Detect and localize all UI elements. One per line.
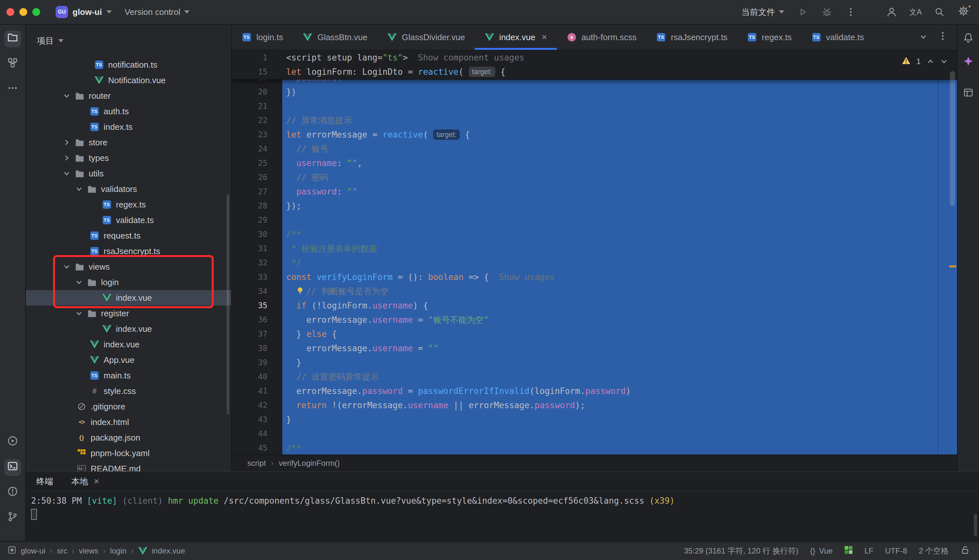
tree-row-views[interactable]: views: [26, 259, 231, 275]
tree-row-index-vue[interactable]: index.vue: [26, 337, 231, 352]
tree-row-style-css[interactable]: #style.css: [26, 383, 231, 399]
code-text[interactable]: const verifyLoginForm = (): boolean => {…: [282, 270, 957, 284]
code-text[interactable]: // 异常消息提示: [282, 113, 957, 128]
line-number[interactable]: 20: [232, 85, 282, 99]
status-breadcrumb[interactable]: glow-ui›src›views›login›index.vue: [8, 546, 185, 556]
prev-problem-icon[interactable]: [927, 58, 934, 65]
close-terminal-tab-icon[interactable]: ×: [94, 477, 99, 486]
ai-assistant-icon[interactable]: [963, 56, 974, 69]
code-text[interactable]: errorMessage.username = "账号不能为空": [282, 313, 957, 327]
line-number[interactable]: 28: [232, 199, 282, 213]
code-text[interactable]: // 设置密码异常提示: [282, 370, 957, 384]
sidebar-item-version-control[interactable]: [4, 510, 21, 526]
sidebar-item-problems[interactable]: [4, 484, 21, 501]
chevron-down-icon[interactable]: [74, 277, 84, 287]
vcs-widget[interactable]: Version control: [125, 7, 189, 17]
line-number[interactable]: 29: [232, 213, 282, 227]
code-text[interactable]: });: [282, 199, 957, 213]
code-text[interactable]: // 判断账号是否为空: [282, 284, 957, 298]
line-number[interactable]: 31: [232, 242, 282, 256]
plugin-grid-icon[interactable]: [844, 546, 853, 556]
status-path-glow-ui[interactable]: glow-ui: [21, 547, 45, 555]
run-icon[interactable]: [796, 5, 809, 18]
line-number[interactable]: 36: [232, 313, 282, 327]
user-icon[interactable]: [885, 5, 898, 18]
minimize-window-button[interactable]: [19, 8, 27, 16]
chevron-right-icon[interactable]: [62, 153, 72, 163]
translate-icon[interactable]: 文A: [909, 5, 922, 18]
chevron-down-icon[interactable]: [62, 91, 72, 101]
line-number[interactable]: 35: [232, 298, 282, 313]
ui-preview-icon[interactable]: [963, 87, 974, 100]
status-path-login[interactable]: login: [110, 547, 127, 555]
project-tree-scrollbar[interactable]: [227, 194, 229, 414]
more-vertical-icon[interactable]: [844, 5, 857, 18]
close-window-button[interactable]: [7, 8, 14, 16]
tree-row-index-html[interactable]: <>index.html: [26, 414, 231, 430]
tab-glassdivider-vue[interactable]: GlassDivider.vue: [377, 25, 475, 50]
chevron-down-icon[interactable]: [74, 184, 84, 194]
tree-row-gitignore[interactable]: .gitignore: [26, 399, 231, 414]
line-number[interactable]: 37: [232, 327, 282, 341]
caret-position[interactable]: 35:29 (3161 字符, 120 行 换行符): [684, 546, 798, 556]
chevron-down-icon[interactable]: [62, 168, 72, 179]
code-text[interactable]: return !(errorMessage.username || errorM…: [282, 398, 957, 412]
line-number[interactable]: 15: [232, 65, 282, 79]
line-number[interactable]: 27: [232, 185, 282, 199]
tab-glassbtn-vue[interactable]: GlassBtn.vue: [293, 25, 377, 50]
line-number[interactable]: 23: [232, 128, 282, 142]
sidebar-item-project[interactable]: [4, 30, 21, 47]
project-widget[interactable]: GU glow-ui: [56, 6, 112, 18]
tree-row-app-vue[interactable]: App.vue: [26, 352, 231, 368]
line-number[interactable]: 41: [232, 384, 282, 398]
tree-row-validate-ts[interactable]: TSvalidate.ts: [26, 212, 231, 228]
inspection-widget[interactable]: 1: [902, 56, 948, 67]
code-text[interactable]: [282, 99, 957, 113]
chevron-down-icon[interactable]: [74, 308, 84, 318]
tree-row-index-vue[interactable]: index.vue: [26, 321, 231, 337]
editor-content[interactable]: 1<script setup lang="ts"> Show component…: [232, 50, 957, 455]
close-tab-icon[interactable]: ×: [542, 33, 547, 42]
next-problem-icon[interactable]: [940, 58, 948, 65]
tab-list-dropdown-icon[interactable]: [919, 32, 927, 43]
tree-row-auth-ts[interactable]: TSauth.ts: [26, 103, 231, 119]
code-text[interactable]: // 密码: [282, 170, 957, 185]
code-text[interactable]: let loginForm: LoginDto = reactive( targ…: [282, 65, 957, 79]
tab-validate-ts[interactable]: TSvalidate.ts: [802, 25, 874, 50]
code-text[interactable]: <script setup lang="ts"> Show component …: [282, 50, 957, 65]
line-number[interactable]: 33: [232, 270, 282, 284]
search-icon[interactable]: [933, 5, 946, 18]
tree-row-index-vue[interactable]: index.vue: [26, 290, 231, 305]
code-text[interactable]: /**: [282, 227, 957, 242]
line-number[interactable]: 40: [232, 370, 282, 384]
tree-row-utils[interactable]: utils: [26, 166, 231, 181]
tab-rsajsencrypt-ts[interactable]: TSrsaJsencrypt.ts: [646, 25, 737, 50]
chevron-down-icon[interactable]: [62, 262, 72, 272]
code-text[interactable]: password: "": [282, 185, 957, 199]
code-text[interactable]: password: "": [282, 80, 957, 85]
scrollbar-warning-mark[interactable]: [949, 265, 956, 267]
sidebar-item-more[interactable]: [4, 81, 21, 98]
tree-row-rsajsencrypt-ts[interactable]: TSrsaJsencrypt.ts: [26, 243, 231, 259]
line-number[interactable]: 32: [232, 256, 282, 270]
tree-row-router[interactable]: router: [26, 88, 231, 103]
chevron-right-icon[interactable]: [62, 137, 72, 148]
line-number[interactable]: 22: [232, 113, 282, 128]
line-number[interactable]: 34: [232, 284, 282, 298]
code-text[interactable]: let errorMessage = reactive( target: {: [282, 128, 957, 142]
notifications-icon[interactable]: [963, 32, 974, 46]
tree-row-pnpm-lock-yaml[interactable]: pnpm-lock.yaml: [26, 445, 231, 461]
status-path-views[interactable]: views: [79, 547, 98, 555]
tree-row-index-ts[interactable]: TSindex.ts: [26, 119, 231, 135]
code-text[interactable]: if (!loginForm.username) {: [282, 298, 957, 313]
debug-icon[interactable]: [821, 5, 833, 18]
tree-row-store[interactable]: store: [26, 135, 231, 150]
tree-row-request-ts[interactable]: TSrequest.ts: [26, 228, 231, 243]
breadcrumb-item-verifyloginform[interactable]: verifyLoginForm(): [279, 459, 340, 468]
tree-row-readme-md[interactable]: M↓README.md: [26, 461, 231, 471]
tree-row-types[interactable]: types: [26, 150, 231, 166]
tree-row-register[interactable]: register: [26, 305, 231, 321]
terminal-output[interactable]: 2:50:38 PM [vite] (client) hmr update /s…: [26, 492, 979, 506]
tree-row-validators[interactable]: validators: [26, 181, 231, 197]
code-text[interactable]: */: [282, 256, 957, 270]
